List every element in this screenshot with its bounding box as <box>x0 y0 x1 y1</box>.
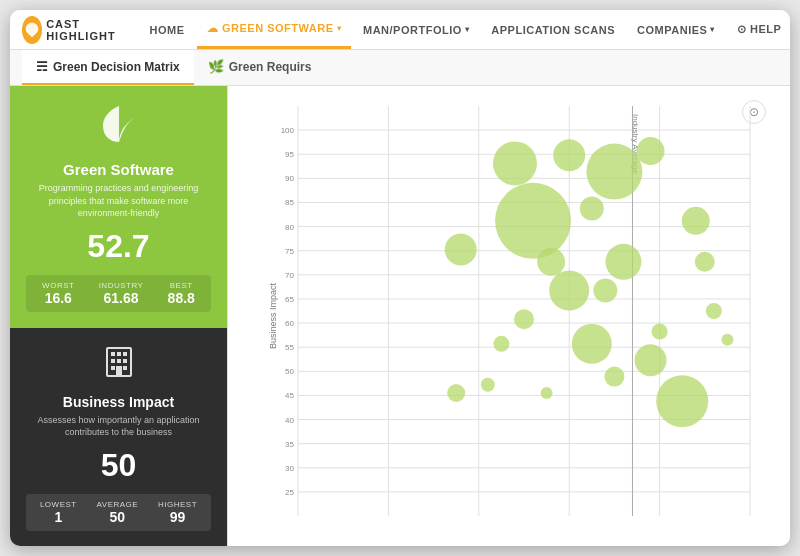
svg-point-62 <box>514 309 534 329</box>
chevron-down-icon: ▾ <box>710 25 715 34</box>
svg-point-58 <box>605 244 641 280</box>
svg-rect-7 <box>111 366 115 370</box>
stat-lowest-value: 1 <box>40 509 77 525</box>
brand: CAST HIGHLIGHT <box>22 16 124 44</box>
business-impact-stats: LOWEST 1 AVERAGE 50 HIGHEST 99 <box>26 494 211 531</box>
stat-average-label: AVERAGE <box>97 500 139 509</box>
svg-point-67 <box>682 207 710 235</box>
svg-rect-5 <box>117 359 121 363</box>
stat-best-value: 88.8 <box>168 290 195 306</box>
leaf-icon <box>97 102 141 155</box>
svg-text:55: 55 <box>285 343 294 352</box>
svg-text:70: 70 <box>285 271 294 280</box>
svg-text:50: 50 <box>285 367 294 376</box>
svg-point-52 <box>445 234 477 266</box>
svg-point-65 <box>635 344 667 376</box>
cloud-icon: ☁ <box>207 22 219 35</box>
svg-point-72 <box>721 334 733 346</box>
svg-point-57 <box>580 197 604 221</box>
svg-text:35: 35 <box>285 440 294 449</box>
stat-worst-value: 16.6 <box>42 290 74 306</box>
svg-text:45: 45 <box>285 391 294 400</box>
stat-worst: WORST 16.6 <box>42 281 74 306</box>
building-icon <box>101 344 137 388</box>
nav-companies[interactable]: COMPANIES ▾ <box>627 10 725 49</box>
brand-logo <box>22 16 42 44</box>
svg-point-56 <box>637 137 665 165</box>
svg-point-75 <box>541 387 553 399</box>
svg-point-55 <box>586 144 642 200</box>
nav-items: HOME ☁ GREEN SOFTWARE ▾ MAN/PORTFOLIO ▾ … <box>140 10 791 49</box>
business-impact-title: Business Impact <box>63 394 174 410</box>
svg-text:40: 40 <box>285 416 294 425</box>
svg-point-66 <box>604 367 624 387</box>
bubble-chart: 253035404550556065707580859095100Industr… <box>268 96 770 536</box>
svg-point-61 <box>593 279 617 303</box>
nav-app-scans[interactable]: APPLICATION SCANS <box>481 10 625 49</box>
nav-green-software[interactable]: ☁ GREEN SOFTWARE ▾ <box>197 10 352 49</box>
green-software-title: Green Software <box>63 161 174 178</box>
brand-name: CAST HIGHLIGHT <box>46 18 123 42</box>
green-software-score: 52.7 <box>87 228 149 265</box>
svg-text:30: 30 <box>285 464 294 473</box>
svg-point-71 <box>652 324 668 340</box>
svg-point-69 <box>706 303 722 319</box>
svg-point-54 <box>553 139 585 171</box>
stat-best-label: BEST <box>168 281 195 290</box>
svg-text:60: 60 <box>285 319 294 328</box>
svg-rect-1 <box>111 352 115 356</box>
nav-help[interactable]: ⊙ HELP <box>727 10 790 49</box>
stat-highest: HIGHEST 99 <box>158 500 197 525</box>
svg-point-68 <box>695 252 715 272</box>
svg-text:95: 95 <box>285 150 294 159</box>
svg-point-51 <box>495 183 571 259</box>
stat-lowest: LOWEST 1 <box>40 500 77 525</box>
svg-point-74 <box>481 378 495 392</box>
left-panel: Green Software Programming practices and… <box>10 86 228 546</box>
svg-text:100: 100 <box>281 126 295 135</box>
svg-rect-9 <box>116 366 122 376</box>
business-impact-desc: Assesses how importantly an application … <box>26 414 211 439</box>
svg-point-59 <box>549 271 589 311</box>
svg-text:80: 80 <box>285 223 294 232</box>
table-icon: ☴ <box>36 59 48 74</box>
chevron-down-icon: ▾ <box>337 24 342 33</box>
tab-green-decision-matrix[interactable]: ☴ Green Decision Matrix <box>22 50 194 85</box>
stat-average: AVERAGE 50 <box>97 500 139 525</box>
svg-text:25: 25 <box>285 488 294 497</box>
svg-point-53 <box>493 141 537 185</box>
green-software-card: Green Software Programming practices and… <box>10 86 227 328</box>
stat-highest-value: 99 <box>158 509 197 525</box>
svg-text:65: 65 <box>285 295 294 304</box>
navbar: CAST HIGHLIGHT HOME ☁ GREEN SOFTWARE ▾ M… <box>10 10 790 50</box>
svg-rect-6 <box>123 359 127 363</box>
svg-text:Business Impact: Business Impact <box>268 282 278 349</box>
green-software-stats: WORST 16.6 INDUSTRY 61.68 BEST 88.8 <box>26 275 211 312</box>
svg-rect-8 <box>123 366 127 370</box>
svg-point-70 <box>656 375 708 427</box>
business-impact-score: 50 <box>101 447 137 484</box>
svg-point-64 <box>572 324 612 364</box>
svg-point-73 <box>447 384 465 402</box>
svg-text:75: 75 <box>285 247 294 256</box>
tab-bar: ☴ Green Decision Matrix 🌿 Green Requirs <box>10 50 790 86</box>
stat-industry-value: 61.68 <box>99 290 144 306</box>
app-window: CAST HIGHLIGHT HOME ☁ GREEN SOFTWARE ▾ M… <box>10 10 790 546</box>
nav-portfolio[interactable]: MAN/PORTFOLIO ▾ <box>353 10 479 49</box>
svg-rect-4 <box>111 359 115 363</box>
nav-home[interactable]: HOME <box>140 10 195 49</box>
green-software-desc: Programming practices and engineering pr… <box>26 182 211 220</box>
svg-point-60 <box>537 248 565 276</box>
stat-industry-label: INDUSTRY <box>99 281 144 290</box>
business-impact-card: Business Impact Assesses how importantly… <box>10 328 227 546</box>
main-content: Green Software Programming practices and… <box>10 86 790 546</box>
stat-best: BEST 88.8 <box>168 281 195 306</box>
tab-green-requirs[interactable]: 🌿 Green Requirs <box>194 50 326 85</box>
stat-average-value: 50 <box>97 509 139 525</box>
svg-text:85: 85 <box>285 198 294 207</box>
svg-rect-2 <box>117 352 121 356</box>
stat-worst-label: WORST <box>42 281 74 290</box>
stat-industry: INDUSTRY 61.68 <box>99 281 144 306</box>
leaf-icon: 🌿 <box>208 59 224 74</box>
chart-area: ⊙ 253035404550556065707580859095100Indus… <box>228 86 790 546</box>
